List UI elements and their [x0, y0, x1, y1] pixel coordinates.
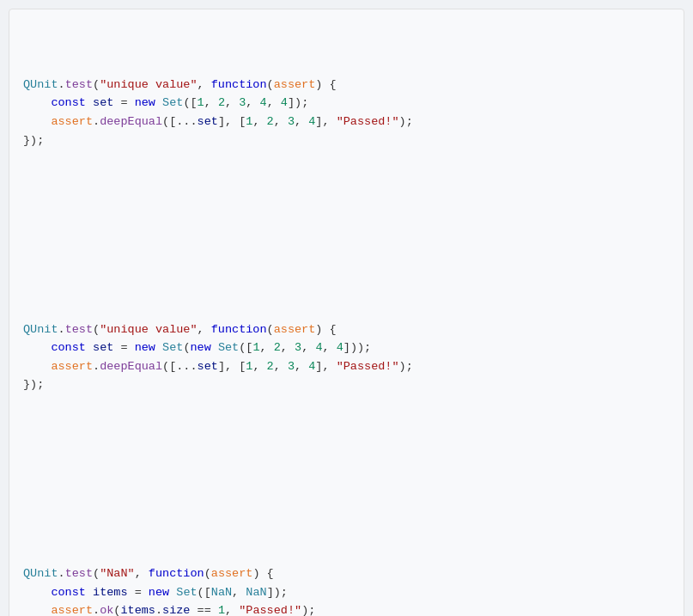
code-line: assert.deepEqual([...set], [1, 2, 3, 4],…: [23, 360, 413, 373]
code-line: QUnit.test("unique value", function(asse…: [23, 78, 337, 91]
code-line: });: [23, 134, 44, 147]
code-line: QUnit.test("NaN", function(assert) {: [23, 567, 274, 580]
test-block-3: QUnit.test("NaN", function(assert) { con…: [23, 546, 670, 616]
blank-line: [23, 228, 670, 247]
test-block-2: QUnit.test("unique value", function(asse…: [23, 302, 670, 413]
code-line: QUnit.test("unique value", function(asse…: [23, 323, 337, 336]
code-line: const set = new Set([1, 2, 3, 4, 4]);: [23, 96, 308, 109]
code-line: const set = new Set(new Set([1, 2, 3, 4,…: [23, 341, 371, 354]
code-line: assert.deepEqual([...set], [1, 2, 3, 4],…: [23, 115, 413, 128]
code-line: assert.ok(items.size == 1, "Passed!");: [23, 604, 315, 616]
code-editor[interactable]: QUnit.test("unique value", function(asse…: [9, 9, 684, 616]
code-line: });: [23, 378, 44, 391]
blank-line: [23, 472, 670, 491]
test-block-1: QUnit.test("unique value", function(asse…: [23, 57, 670, 168]
code-line: const items = new Set([NaN, NaN]);: [23, 586, 288, 599]
